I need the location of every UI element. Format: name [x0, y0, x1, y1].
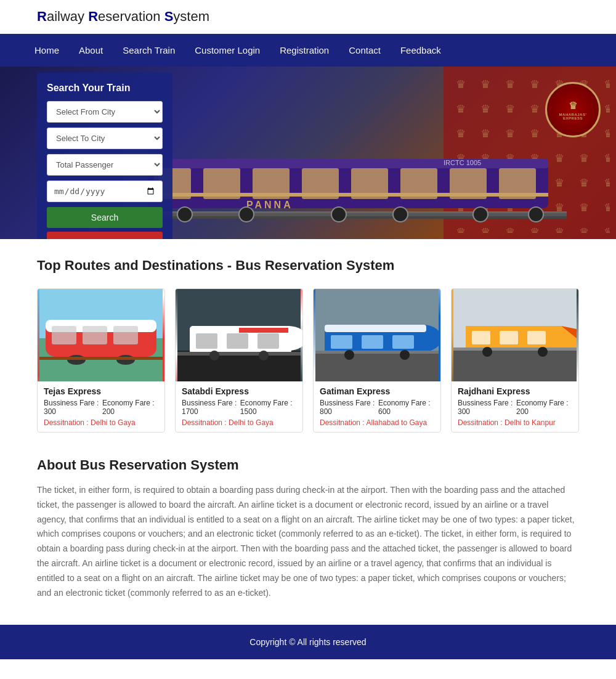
from-city-select[interactable]: Select From City — [47, 101, 163, 123]
train-card-body-satabdi: Satabdi Express Bussiness Fare : 1700 Ec… — [176, 381, 302, 432]
economy-fare-gatiman: Economy Fare : 600 — [378, 399, 434, 416]
maharaja-badge: ♛ MAHARAJAS' EXPRESS — [545, 82, 601, 137]
train-img-rajdhani — [452, 289, 578, 381]
svg-point-66 — [482, 347, 492, 357]
destination-rajdhani: Dessitnation : Delhi to Kanpur — [458, 418, 572, 427]
svg-rect-51 — [331, 335, 352, 349]
svg-point-20 — [331, 207, 346, 222]
site-title: Railway Reservation System — [37, 9, 579, 25]
svg-point-22 — [473, 207, 488, 222]
train-illustration: PANNA IRCTC 1005 — [123, 97, 616, 233]
economy-fare-rajdhani: Economy Fare : 200 — [516, 399, 572, 416]
reset-button[interactable]: Reset — [47, 232, 163, 239]
svg-rect-50 — [325, 325, 426, 332]
footer-text: Copyright © All rights reserved — [249, 637, 366, 647]
train-img-tejas — [38, 289, 164, 381]
train-img-satabdi — [176, 289, 302, 381]
svg-rect-62 — [472, 331, 490, 344]
routes-title: Top Routes and Destinations - Bus Reserv… — [37, 258, 579, 274]
site-footer: Copyright © All rights reserved — [0, 625, 616, 659]
site-header: Railway Reservation System — [0, 0, 616, 34]
nav-about[interactable]: About — [69, 34, 113, 67]
economy-fare-tejas: Economy Fare : 200 — [102, 399, 158, 416]
economy-fare-satabdi: Economy Fare : 1500 — [240, 399, 296, 416]
svg-rect-53 — [392, 335, 414, 349]
svg-rect-58 — [453, 348, 577, 381]
fare-row-rajdhani: Bussiness Fare : 300 Economy Fare : 200 — [458, 399, 572, 416]
fare-row-tejas: Bussiness Fare : 300 Economy Fare : 200 — [44, 399, 158, 416]
nav-contact[interactable]: Contact — [339, 34, 391, 67]
svg-rect-15 — [499, 168, 536, 199]
svg-rect-43 — [177, 352, 301, 356]
svg-point-23 — [529, 207, 543, 222]
about-text: The ticket, in either form, is required … — [37, 483, 579, 600]
about-title: About Bus Reservation System — [37, 457, 579, 473]
about-section: About Bus Reservation System The ticket,… — [0, 451, 616, 625]
svg-rect-9 — [203, 168, 240, 199]
svg-rect-42 — [257, 333, 279, 349]
svg-rect-13 — [400, 168, 437, 199]
fare-row-satabdi: Bussiness Fare : 1700 Economy Fare : 150… — [182, 399, 296, 416]
nav-home[interactable]: Home — [25, 34, 69, 67]
search-title: Search Your Train — [47, 83, 163, 94]
svg-rect-31 — [113, 326, 138, 344]
train-card-rajdhani: Rajdhani Express Bussiness Fare : 300 Ec… — [451, 288, 579, 433]
date-input[interactable] — [47, 181, 163, 202]
svg-rect-30 — [83, 326, 107, 344]
destination-tejas: Dessitnation : Delhi to Gaya — [44, 418, 158, 427]
nav-registration[interactable]: Registration — [270, 34, 339, 67]
train-name-tejas: Tejas Express — [44, 386, 158, 396]
svg-rect-40 — [196, 333, 217, 349]
svg-point-21 — [393, 207, 408, 222]
svg-rect-63 — [500, 331, 518, 344]
svg-rect-10 — [253, 168, 290, 199]
train-card-body-gatiman: Gatiman Express Bussiness Fare : 800 Eco… — [314, 381, 440, 432]
svg-point-45 — [259, 351, 269, 360]
hero-section: ♛ ♛ MAHARAJAS' EXPRESS — [0, 67, 616, 239]
svg-rect-14 — [450, 168, 487, 199]
maharaja-label: MAHARAJAS' EXPRESS — [552, 113, 594, 120]
svg-text:IRCTC 1005: IRCTC 1005 — [444, 159, 481, 166]
train-card-body-rajdhani: Rajdhani Express Bussiness Fare : 300 Ec… — [452, 381, 578, 432]
svg-rect-6 — [142, 159, 548, 168]
svg-rect-65 — [453, 348, 577, 351]
svg-rect-34 — [39, 357, 163, 360]
train-card-gatiman: Gatiman Express Bussiness Fare : 800 Eco… — [313, 288, 441, 433]
svg-rect-7 — [142, 193, 548, 197]
svg-rect-11 — [302, 168, 339, 199]
business-fare-tejas: Bussiness Fare : 300 — [44, 399, 102, 416]
svg-rect-29 — [52, 326, 76, 344]
train-img-gatiman — [314, 289, 440, 381]
svg-rect-52 — [362, 335, 383, 349]
passenger-select[interactable]: Total Passenger — [47, 154, 163, 176]
to-city-select[interactable]: Select To City — [47, 128, 163, 149]
main-nav: Home About Search Train Customer Login R… — [0, 34, 616, 67]
svg-text:PANNA: PANNA — [246, 200, 293, 210]
train-card-tejas: Tejas Express Bussiness Fare : 300 Econo… — [37, 288, 165, 433]
destination-gatiman: Dessitnation : Allahabad to Gaya — [320, 418, 434, 427]
search-button[interactable]: Search — [47, 207, 163, 228]
svg-point-18 — [177, 207, 192, 222]
svg-point-19 — [239, 207, 254, 222]
fare-row-gatiman: Bussiness Fare : 800 Economy Fare : 600 — [320, 399, 434, 416]
train-card-satabdi: Satabdi Express Bussiness Fare : 1700 Ec… — [175, 288, 303, 433]
search-form: Search Your Train Select From City Selec… — [37, 73, 172, 239]
business-fare-gatiman: Bussiness Fare : 800 — [320, 399, 378, 416]
nav-feedback[interactable]: Feedback — [391, 34, 451, 67]
svg-rect-47 — [315, 351, 439, 381]
svg-rect-54 — [315, 351, 439, 354]
train-name-rajdhani: Rajdhani Express — [458, 386, 572, 396]
destination-satabdi: Dessitnation : Delhi to Gaya — [182, 418, 296, 427]
svg-rect-64 — [527, 331, 546, 344]
svg-point-44 — [209, 351, 219, 360]
nav-customer-login[interactable]: Customer Login — [185, 34, 270, 67]
nav-search-train[interactable]: Search Train — [113, 34, 185, 67]
train-name-satabdi: Satabdi Express — [182, 386, 296, 396]
svg-point-55 — [344, 350, 354, 360]
trains-grid: Tejas Express Bussiness Fare : 300 Econo… — [37, 288, 579, 433]
routes-section: Top Routes and Destinations - Bus Reserv… — [0, 239, 616, 451]
svg-rect-12 — [351, 168, 388, 199]
svg-point-56 — [400, 350, 410, 360]
business-fare-rajdhani: Bussiness Fare : 300 — [458, 399, 516, 416]
svg-point-67 — [538, 347, 548, 357]
